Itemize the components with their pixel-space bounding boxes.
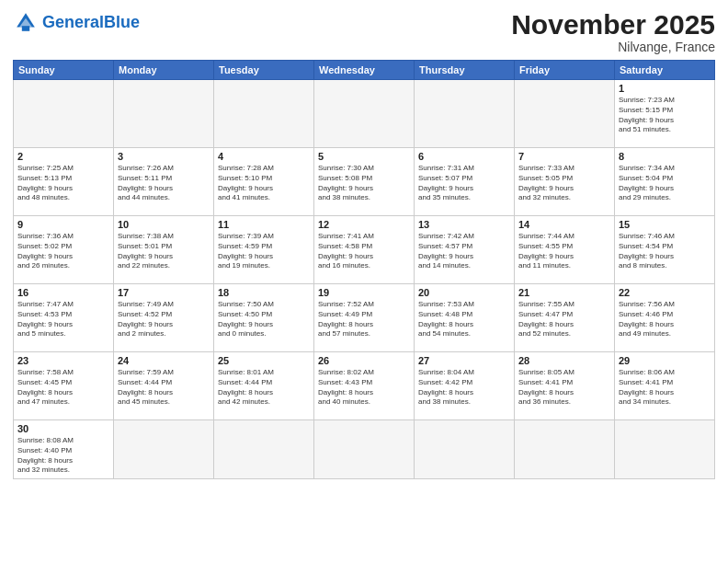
col-saturday: Saturday xyxy=(615,61,715,80)
day-17: 17 Sunrise: 7:49 AMSunset: 4:52 PMDaylig… xyxy=(114,284,214,352)
day-info-5: Sunrise: 7:30 AMSunset: 5:08 PMDaylight:… xyxy=(318,164,410,203)
logo: GeneralBlue xyxy=(13,9,140,35)
day-5: 5 Sunrise: 7:30 AMSunset: 5:08 PMDayligh… xyxy=(314,148,415,216)
day-2: 2 Sunrise: 7:25 AMSunset: 5:13 PMDayligh… xyxy=(14,148,114,216)
day-4: 4 Sunrise: 7:28 AMSunset: 5:10 PMDayligh… xyxy=(214,148,314,216)
day-15: 15 Sunrise: 7:46 AMSunset: 4:54 PMDaylig… xyxy=(615,216,715,284)
day-29: 29 Sunrise: 8:06 AMSunset: 4:41 PMDaylig… xyxy=(615,352,715,420)
day-info-13: Sunrise: 7:42 AMSunset: 4:57 PMDaylight:… xyxy=(418,232,510,271)
calendar-row-4: 16 Sunrise: 7:47 AMSunset: 4:53 PMDaylig… xyxy=(14,284,715,352)
day-1: 1 Sunrise: 7:23 AMSunset: 5:15 PMDayligh… xyxy=(615,80,715,148)
calendar-row-3: 9 Sunrise: 7:36 AMSunset: 5:02 PMDayligh… xyxy=(14,216,715,284)
day-info-14: Sunrise: 7:44 AMSunset: 4:55 PMDaylight:… xyxy=(518,232,610,271)
day-6: 6 Sunrise: 7:31 AMSunset: 5:07 PMDayligh… xyxy=(415,148,515,216)
day-18: 18 Sunrise: 7:50 AMSunset: 4:50 PMDaylig… xyxy=(214,284,314,352)
day-info-20: Sunrise: 7:53 AMSunset: 4:48 PMDaylight:… xyxy=(418,300,510,339)
day-27: 27 Sunrise: 8:04 AMSunset: 4:42 PMDaylig… xyxy=(415,352,515,420)
day-number-5: 5 xyxy=(318,151,410,162)
day-13: 13 Sunrise: 7:42 AMSunset: 4:57 PMDaylig… xyxy=(415,216,515,284)
day-30: 30 Sunrise: 8:08 AMSunset: 4:40 PMDaylig… xyxy=(14,420,114,479)
day-number-8: 8 xyxy=(619,151,711,162)
day-25: 25 Sunrise: 8:01 AMSunset: 4:44 PMDaylig… xyxy=(214,352,314,420)
col-tuesday: Tuesday xyxy=(214,61,314,80)
day-info-1: Sunrise: 7:23 AMSunset: 5:15 PMDaylight:… xyxy=(619,96,711,135)
day-info-10: Sunrise: 7:38 AMSunset: 5:01 PMDaylight:… xyxy=(118,232,210,271)
day-number-17: 17 xyxy=(118,287,210,298)
day-7: 7 Sunrise: 7:33 AMSunset: 5:05 PMDayligh… xyxy=(515,148,615,216)
day-info-2: Sunrise: 7:25 AMSunset: 5:13 PMDaylight:… xyxy=(17,164,109,203)
empty-cell xyxy=(515,80,615,148)
day-11: 11 Sunrise: 7:39 AMSunset: 4:59 PMDaylig… xyxy=(214,216,314,284)
day-info-23: Sunrise: 7:58 AMSunset: 4:45 PMDaylight:… xyxy=(17,368,109,408)
empty-cell xyxy=(415,80,515,148)
day-number-26: 26 xyxy=(318,355,410,366)
logo-text: GeneralBlue xyxy=(42,14,140,31)
day-info-12: Sunrise: 7:41 AMSunset: 4:58 PMDaylight:… xyxy=(318,232,410,271)
day-info-9: Sunrise: 7:36 AMSunset: 5:02 PMDaylight:… xyxy=(17,232,109,271)
col-wednesday: Wednesday xyxy=(314,61,415,80)
day-info-7: Sunrise: 7:33 AMSunset: 5:05 PMDaylight:… xyxy=(518,164,610,203)
day-26: 26 Sunrise: 8:02 AMSunset: 4:43 PMDaylig… xyxy=(314,352,415,420)
day-20: 20 Sunrise: 7:53 AMSunset: 4:48 PMDaylig… xyxy=(415,284,515,352)
day-16: 16 Sunrise: 7:47 AMSunset: 4:53 PMDaylig… xyxy=(14,284,114,352)
day-3: 3 Sunrise: 7:26 AMSunset: 5:11 PMDayligh… xyxy=(114,148,214,216)
day-number-18: 18 xyxy=(218,287,310,298)
day-info-28: Sunrise: 8:05 AMSunset: 4:41 PMDaylight:… xyxy=(518,368,610,408)
day-info-24: Sunrise: 7:59 AMSunset: 4:44 PMDaylight:… xyxy=(118,368,210,408)
calendar-row-5: 23 Sunrise: 7:58 AMSunset: 4:45 PMDaylig… xyxy=(14,352,715,420)
day-14: 14 Sunrise: 7:44 AMSunset: 4:55 PMDaylig… xyxy=(515,216,615,284)
svg-rect-3 xyxy=(22,26,29,31)
empty-cell xyxy=(314,420,415,479)
day-info-27: Sunrise: 8:04 AMSunset: 4:42 PMDaylight:… xyxy=(418,368,510,408)
day-number-1: 1 xyxy=(619,83,711,94)
day-number-23: 23 xyxy=(17,355,109,366)
page: GeneralBlue November 2025 Nilvange, Fran… xyxy=(0,0,728,563)
day-9: 9 Sunrise: 7:36 AMSunset: 5:02 PMDayligh… xyxy=(14,216,114,284)
day-info-26: Sunrise: 8:02 AMSunset: 4:43 PMDaylight:… xyxy=(318,368,410,408)
day-12: 12 Sunrise: 7:41 AMSunset: 4:58 PMDaylig… xyxy=(314,216,415,284)
empty-cell xyxy=(314,80,415,148)
col-monday: Monday xyxy=(114,61,214,80)
day-21: 21 Sunrise: 7:55 AMSunset: 4:47 PMDaylig… xyxy=(515,284,615,352)
day-number-15: 15 xyxy=(619,219,711,230)
day-info-25: Sunrise: 8:01 AMSunset: 4:44 PMDaylight:… xyxy=(218,368,310,408)
day-10: 10 Sunrise: 7:38 AMSunset: 5:01 PMDaylig… xyxy=(114,216,214,284)
empty-cell xyxy=(14,80,114,148)
day-number-27: 27 xyxy=(418,355,510,366)
logo-blue: Blue xyxy=(104,13,140,31)
day-number-19: 19 xyxy=(318,287,410,298)
day-28: 28 Sunrise: 8:05 AMSunset: 4:41 PMDaylig… xyxy=(515,352,615,420)
day-19: 19 Sunrise: 7:52 AMSunset: 4:49 PMDaylig… xyxy=(314,284,415,352)
day-number-12: 12 xyxy=(318,219,410,230)
day-number-25: 25 xyxy=(218,355,310,366)
location: Nilvange, France xyxy=(511,40,715,54)
empty-cell xyxy=(114,80,214,148)
empty-cell xyxy=(214,80,314,148)
day-23: 23 Sunrise: 7:58 AMSunset: 4:45 PMDaylig… xyxy=(14,352,114,420)
empty-cell xyxy=(515,420,615,479)
day-number-28: 28 xyxy=(518,355,610,366)
empty-cell xyxy=(214,420,314,479)
day-info-19: Sunrise: 7:52 AMSunset: 4:49 PMDaylight:… xyxy=(318,300,410,339)
day-number-21: 21 xyxy=(518,287,610,298)
empty-cell xyxy=(415,420,515,479)
col-sunday: Sunday xyxy=(14,61,114,80)
day-number-4: 4 xyxy=(218,151,310,162)
logo-icon xyxy=(13,9,39,35)
logo-general: General xyxy=(42,13,104,31)
day-info-6: Sunrise: 7:31 AMSunset: 5:07 PMDaylight:… xyxy=(418,164,510,203)
day-number-16: 16 xyxy=(17,287,109,298)
col-friday: Friday xyxy=(515,61,615,80)
day-number-7: 7 xyxy=(518,151,610,162)
day-number-10: 10 xyxy=(118,219,210,230)
day-number-14: 14 xyxy=(518,219,610,230)
empty-cell xyxy=(114,420,214,479)
month-title: November 2025 xyxy=(511,9,715,40)
day-22: 22 Sunrise: 7:56 AMSunset: 4:46 PMDaylig… xyxy=(615,284,715,352)
calendar: Sunday Monday Tuesday Wednesday Thursday… xyxy=(13,60,715,479)
day-number-24: 24 xyxy=(118,355,210,366)
day-info-21: Sunrise: 7:55 AMSunset: 4:47 PMDaylight:… xyxy=(518,300,610,339)
calendar-row-2: 2 Sunrise: 7:25 AMSunset: 5:13 PMDayligh… xyxy=(14,148,715,216)
day-info-16: Sunrise: 7:47 AMSunset: 4:53 PMDaylight:… xyxy=(17,300,109,339)
title-block: November 2025 Nilvange, France xyxy=(511,9,715,54)
